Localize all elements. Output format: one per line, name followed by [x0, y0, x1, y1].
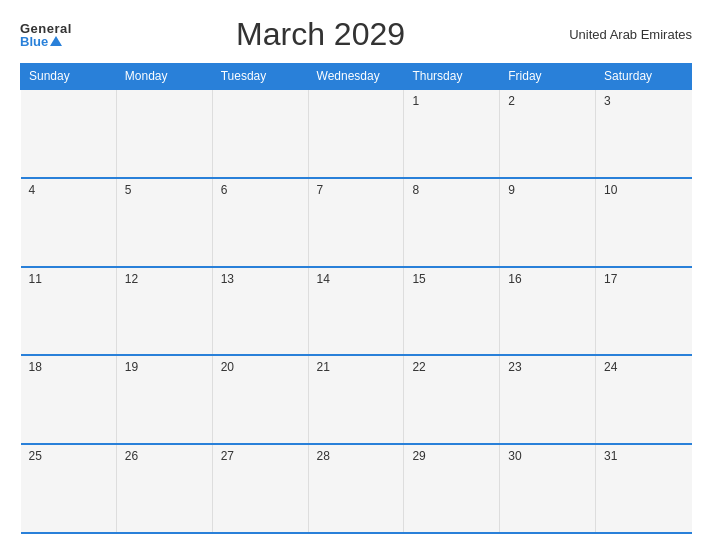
logo: General Blue: [20, 22, 72, 48]
day-number: 15: [412, 272, 425, 286]
day-number: 8: [412, 183, 419, 197]
calendar-cell: 26: [116, 444, 212, 533]
calendar-cell: 25: [21, 444, 117, 533]
day-number: 30: [508, 449, 521, 463]
calendar-cell: 31: [596, 444, 692, 533]
day-number: 5: [125, 183, 132, 197]
day-header-friday: Friday: [500, 64, 596, 90]
calendar-week-2: 45678910: [21, 178, 692, 267]
day-number: 13: [221, 272, 234, 286]
calendar-cell: 19: [116, 355, 212, 444]
day-header-monday: Monday: [116, 64, 212, 90]
calendar-week-4: 18192021222324: [21, 355, 692, 444]
calendar-cell: 17: [596, 267, 692, 356]
calendar-cell: 4: [21, 178, 117, 267]
day-number: 2: [508, 94, 515, 108]
calendar-cell: 21: [308, 355, 404, 444]
calendar-cell: 24: [596, 355, 692, 444]
page-header: General Blue March 2029 United Arab Emir…: [20, 16, 692, 53]
calendar-cell: 29: [404, 444, 500, 533]
calendar-cell: 5: [116, 178, 212, 267]
calendar-cell: 6: [212, 178, 308, 267]
day-number: 16: [508, 272, 521, 286]
day-number: 14: [317, 272, 330, 286]
logo-blue-text: Blue: [20, 35, 62, 48]
day-number: 21: [317, 360, 330, 374]
day-number: 25: [29, 449, 42, 463]
calendar-table: SundayMondayTuesdayWednesdayThursdayFrid…: [20, 63, 692, 534]
calendar-cell: 14: [308, 267, 404, 356]
calendar-cell: [308, 89, 404, 178]
day-number: 24: [604, 360, 617, 374]
logo-triangle-icon: [50, 36, 62, 46]
day-header-thursday: Thursday: [404, 64, 500, 90]
day-number: 9: [508, 183, 515, 197]
day-number: 19: [125, 360, 138, 374]
day-number: 11: [29, 272, 42, 286]
day-header-wednesday: Wednesday: [308, 64, 404, 90]
calendar-week-5: 25262728293031: [21, 444, 692, 533]
calendar-cell: 27: [212, 444, 308, 533]
calendar-cell: 1: [404, 89, 500, 178]
day-number: 31: [604, 449, 617, 463]
calendar-header-row: SundayMondayTuesdayWednesdayThursdayFrid…: [21, 64, 692, 90]
day-number: 1: [412, 94, 419, 108]
calendar-cell: 16: [500, 267, 596, 356]
day-number: 17: [604, 272, 617, 286]
calendar-title: March 2029: [72, 16, 569, 53]
calendar-cell: 7: [308, 178, 404, 267]
day-number: 23: [508, 360, 521, 374]
calendar-cell: [21, 89, 117, 178]
calendar-cell: 10: [596, 178, 692, 267]
day-header-sunday: Sunday: [21, 64, 117, 90]
calendar-cell: 23: [500, 355, 596, 444]
day-number: 6: [221, 183, 228, 197]
day-number: 27: [221, 449, 234, 463]
calendar-cell: 20: [212, 355, 308, 444]
calendar-cell: 12: [116, 267, 212, 356]
calendar-cell: 2: [500, 89, 596, 178]
day-number: 3: [604, 94, 611, 108]
day-number: 4: [29, 183, 36, 197]
day-number: 29: [412, 449, 425, 463]
day-number: 18: [29, 360, 42, 374]
day-number: 20: [221, 360, 234, 374]
calendar-cell: 3: [596, 89, 692, 178]
day-header-saturday: Saturday: [596, 64, 692, 90]
calendar-cell: [212, 89, 308, 178]
calendar-cell: 28: [308, 444, 404, 533]
logo-general-text: General: [20, 22, 72, 35]
calendar-cell: 13: [212, 267, 308, 356]
calendar-cell: 9: [500, 178, 596, 267]
calendar-cell: 22: [404, 355, 500, 444]
day-number: 22: [412, 360, 425, 374]
calendar-cell: 11: [21, 267, 117, 356]
calendar-cell: 15: [404, 267, 500, 356]
day-number: 26: [125, 449, 138, 463]
calendar-week-3: 11121314151617: [21, 267, 692, 356]
calendar-cell: 30: [500, 444, 596, 533]
day-number: 12: [125, 272, 138, 286]
calendar-week-1: 123: [21, 89, 692, 178]
calendar-cell: [116, 89, 212, 178]
calendar-cell: 8: [404, 178, 500, 267]
day-number: 28: [317, 449, 330, 463]
calendar-cell: 18: [21, 355, 117, 444]
day-number: 7: [317, 183, 324, 197]
day-number: 10: [604, 183, 617, 197]
country-label: United Arab Emirates: [569, 27, 692, 42]
day-header-tuesday: Tuesday: [212, 64, 308, 90]
